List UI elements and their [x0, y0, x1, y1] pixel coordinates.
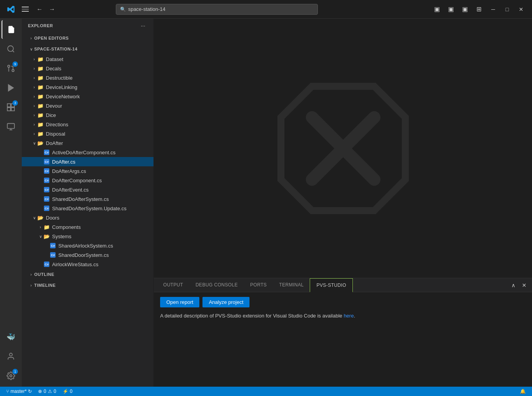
- shared-do-after-label: SharedDoAfterSystem.cs: [52, 196, 109, 202]
- do-after-event-label: DoAfterEvent.cs: [52, 187, 89, 193]
- workspace-chevron: ∨: [28, 46, 34, 52]
- analyze-project-button[interactable]: Analyze project: [202, 297, 249, 307]
- tree-file-do-after-event[interactable]: C# DoAfterEvent.cs: [22, 185, 153, 194]
- status-errors[interactable]: ⊗ 0 ⚠ 0: [35, 387, 59, 396]
- sidebar-toggle[interactable]: ▣: [431, 3, 443, 16]
- svg-rect-8: [11, 108, 14, 111]
- tab-debug-console[interactable]: DEBUG CONSOLE: [189, 278, 244, 292]
- tree-file-shared-door[interactable]: C# SharedDoorSystem.cs: [22, 250, 153, 260]
- tree-folder-devour[interactable]: › 📁 Devour: [22, 101, 153, 110]
- layout-btn-2[interactable]: ▣: [459, 3, 471, 16]
- sidebar-content: › OPEN EDITORS ∨ SPACE-STATION-14 › 📁 Da…: [22, 33, 153, 387]
- tree-file-do-after-component[interactable]: C# DoAfterComponent.cs: [22, 176, 153, 185]
- devicelinking-chevron: ›: [31, 84, 37, 90]
- layout-btn-3[interactable]: ⊞: [473, 3, 485, 16]
- extensions-badge: 3: [12, 100, 18, 106]
- activity-account[interactable]: [2, 347, 20, 366]
- doafter-chevron: ∨: [31, 140, 37, 146]
- panel: OUTPUT DEBUG CONSOLE PORTS TERMINAL PVS-…: [154, 278, 532, 387]
- tab-terminal[interactable]: TERMINAL: [273, 278, 310, 292]
- cs-file-icon-10: C#: [44, 261, 50, 267]
- tree-file-shared-do-after-update[interactable]: C# SharedDoAfterSystem.Update.cs: [22, 204, 153, 213]
- tree-folder-doafter[interactable]: ∨ 📂 DoAfter: [22, 138, 153, 148]
- tree-file-do-after-args[interactable]: C# DoAfterArgs.cs: [22, 166, 153, 176]
- open-report-button[interactable]: Open report: [160, 297, 199, 307]
- panel-collapse-btn[interactable]: ∧: [509, 281, 518, 290]
- folder-icon-directions: 📁: [37, 121, 44, 127]
- search-bar[interactable]: 🔍: [116, 4, 318, 15]
- tree-folder-dice[interactable]: › 📁 Dice: [22, 110, 153, 120]
- search-input[interactable]: [128, 6, 314, 12]
- cs-file-icon-6: C#: [44, 196, 50, 202]
- open-editors-label: OPEN EDITORS: [34, 36, 69, 40]
- maximize-button[interactable]: □: [501, 3, 513, 16]
- back-button[interactable]: ←: [34, 4, 45, 15]
- remote-count: 0: [70, 389, 73, 394]
- tree-file-shared-do-after[interactable]: C# SharedDoAfterSystem.cs: [22, 194, 153, 204]
- activity-source-control[interactable]: 9: [2, 59, 20, 78]
- activity-settings[interactable]: 1: [2, 366, 20, 385]
- tree-folder-decals[interactable]: › 📁 Decals: [22, 64, 153, 73]
- warning-icon: ⚠: [48, 389, 52, 394]
- panel-link-suffix: .: [354, 313, 355, 319]
- panel-close-btn[interactable]: ✕: [520, 281, 529, 290]
- panel-buttons: Open report Analyze project: [160, 297, 526, 307]
- status-notification[interactable]: 🔔: [517, 387, 529, 396]
- tree-file-shared-airlock[interactable]: C# SharedAirlockSystem.cs: [22, 241, 153, 250]
- tree-folder-doors[interactable]: ∨ 📂 Doors: [22, 213, 153, 222]
- outline-section[interactable]: › OUTLINE: [22, 269, 153, 280]
- tree-file-airlock-wire[interactable]: C# AirlockWireStatus.cs: [22, 260, 153, 269]
- open-editors-section[interactable]: › OPEN EDITORS: [22, 33, 153, 44]
- layout-btn-1[interactable]: ▣: [445, 3, 457, 16]
- svg-rect-10: [7, 124, 14, 129]
- dice-chevron: ›: [31, 112, 37, 118]
- dice-label: Dice: [46, 112, 56, 118]
- activity-extensions[interactable]: 3: [2, 98, 20, 117]
- folder-icon-devour: 📁: [37, 103, 44, 109]
- close-button[interactable]: ✕: [515, 3, 527, 16]
- tab-output[interactable]: OUTPUT: [157, 278, 189, 292]
- tree-folder-directions[interactable]: › 📁 Directions: [22, 120, 153, 129]
- tree-folder-systems[interactable]: ∨ 📂 Systems: [22, 232, 153, 241]
- sidebar-header: EXPLORER ···: [22, 19, 153, 33]
- source-control-badge: 9: [12, 61, 18, 67]
- folder-icon-doors: 📂: [37, 215, 44, 221]
- tree-file-active-do-after[interactable]: C# ActiveDoAfterComponent.cs: [22, 148, 153, 157]
- timeline-section[interactable]: › TIMELINE: [22, 280, 153, 291]
- workspace-section[interactable]: ∨ SPACE-STATION-14: [22, 44, 153, 54]
- status-branch[interactable]: ⑂ master* ↻: [3, 387, 35, 396]
- activity-run[interactable]: [2, 79, 20, 97]
- shared-door-label: SharedDoorSystem.cs: [58, 252, 109, 258]
- tree-folder-components[interactable]: › 📁 Components: [22, 222, 153, 232]
- minimize-button[interactable]: ─: [487, 3, 499, 16]
- editor-main: [154, 19, 532, 278]
- activity-docker[interactable]: 🐳: [2, 328, 20, 346]
- doors-label: Doors: [46, 215, 59, 221]
- tree-folder-destructible[interactable]: › 📁 Destructible: [22, 73, 153, 82]
- tree-folder-devicenetwork[interactable]: › 📁 DeviceNetwork: [22, 92, 153, 101]
- cs-file-icon-4: C#: [44, 177, 50, 183]
- cs-file-icon-7: C#: [44, 205, 50, 211]
- remote-icon: ⚡: [63, 389, 68, 394]
- panel-link[interactable]: here: [344, 313, 354, 319]
- tree-folder-disposal[interactable]: › 📁 Disposal: [22, 129, 153, 138]
- svg-point-13: [9, 353, 12, 356]
- forward-button[interactable]: →: [47, 4, 58, 15]
- tab-ports[interactable]: PORTS: [244, 278, 273, 292]
- disposal-chevron: ›: [31, 131, 37, 137]
- nav-buttons: ← →: [34, 4, 58, 15]
- tab-pvs-studio[interactable]: PVS-STUDIO: [310, 278, 352, 292]
- hamburger-menu[interactable]: [20, 4, 31, 15]
- components-chevron: ›: [37, 224, 44, 230]
- tree-file-do-after[interactable]: C# DoAfter.cs: [22, 157, 153, 166]
- tree-folder-devicelinking[interactable]: › 📁 DeviceLinking: [22, 82, 153, 92]
- sidebar-more-actions[interactable]: ···: [139, 21, 147, 30]
- svg-point-14: [10, 375, 12, 377]
- activity-explorer[interactable]: [2, 20, 20, 39]
- tree-folder-dataset[interactable]: › 📁 Dataset: [22, 54, 153, 64]
- status-remote[interactable]: ⚡ 0: [59, 387, 76, 396]
- activity-remote[interactable]: [2, 117, 20, 136]
- folder-icon-components: 📁: [44, 224, 50, 230]
- shared-airlock-label: SharedAirlockSystem.cs: [58, 243, 113, 249]
- activity-search[interactable]: [2, 40, 20, 58]
